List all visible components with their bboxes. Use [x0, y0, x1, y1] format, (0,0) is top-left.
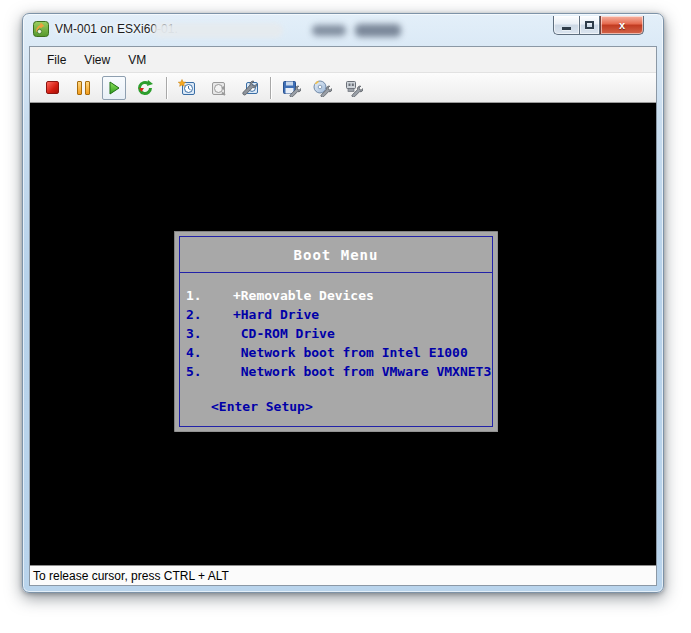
take-snapshot-icon: [178, 79, 197, 97]
boot-menu-items: 1. +Removable Devices2. +Hard Drive3. CD…: [180, 273, 492, 381]
vmware-app-icon: [33, 21, 49, 37]
redacted-blur: [153, 23, 283, 38]
usb-settings-button[interactable]: [341, 76, 365, 100]
snapshot-manager-icon: [239, 79, 259, 97]
menubar: File View VM: [30, 47, 656, 72]
reset-icon: [136, 79, 154, 97]
cd-dvd-settings-icon: [312, 79, 332, 97]
toolbar-separator: [270, 77, 271, 99]
snapshot-manager-button[interactable]: [237, 76, 261, 100]
close-button[interactable]: x: [600, 16, 644, 35]
revert-snapshot-icon: [209, 79, 228, 97]
boot-menu-enter-setup[interactable]: <Enter Setup>: [180, 399, 492, 414]
minimize-icon: [562, 27, 571, 30]
client-area: File View VM: [29, 46, 657, 586]
vm-settings-icon: [281, 79, 301, 97]
status-message: To release cursor, press CTRL + ALT: [33, 569, 229, 583]
suspend-icon: [77, 81, 90, 95]
power-off-button[interactable]: [40, 76, 64, 100]
suspend-button[interactable]: [71, 76, 95, 100]
power-on-icon: [106, 80, 122, 96]
vm-console-screen[interactable]: Boot Menu 1. +Removable Devices2. +Hard …: [30, 103, 656, 565]
statusbar: To release cursor, press CTRL + ALT: [30, 565, 656, 585]
maximize-button[interactable]: [579, 16, 600, 35]
toolbar: [30, 72, 656, 103]
power-off-icon: [46, 81, 59, 94]
menu-file[interactable]: File: [39, 50, 74, 70]
vm-console-window: VM-001 on ESXi60-01. x File View VM: [22, 13, 664, 593]
menu-view[interactable]: View: [76, 50, 118, 70]
minimize-button[interactable]: [553, 16, 579, 35]
boot-menu-item[interactable]: 3. CD-ROM Drive: [186, 324, 492, 343]
toolbar-separator: [166, 77, 167, 99]
boot-menu-item[interactable]: 4. Network boot from Intel E1000: [186, 343, 492, 362]
boot-menu-item[interactable]: 5. Network boot from VMware VMXNET3: [186, 362, 492, 381]
menu-vm[interactable]: VM: [120, 50, 154, 70]
boot-menu-dialog: Boot Menu 1. +Removable Devices2. +Hard …: [174, 231, 498, 432]
boot-menu-title: Boot Menu: [180, 237, 492, 273]
titlebar[interactable]: VM-001 on ESXi60-01. x: [23, 14, 663, 46]
boot-menu-item[interactable]: 1. +Removable Devices: [186, 286, 492, 305]
close-icon: x: [619, 20, 625, 31]
redacted-blur: [355, 24, 401, 37]
maximize-icon: [585, 21, 594, 29]
power-on-button[interactable]: [102, 76, 126, 100]
take-snapshot-button[interactable]: [175, 76, 199, 100]
usb-settings-icon: [343, 79, 363, 97]
redacted-blur: [312, 25, 346, 36]
reset-button[interactable]: [133, 76, 157, 100]
boot-menu-item[interactable]: 2. +Hard Drive: [186, 305, 492, 324]
revert-snapshot-button[interactable]: [206, 76, 230, 100]
vm-settings-button[interactable]: [279, 76, 303, 100]
cd-dvd-settings-button[interactable]: [310, 76, 334, 100]
